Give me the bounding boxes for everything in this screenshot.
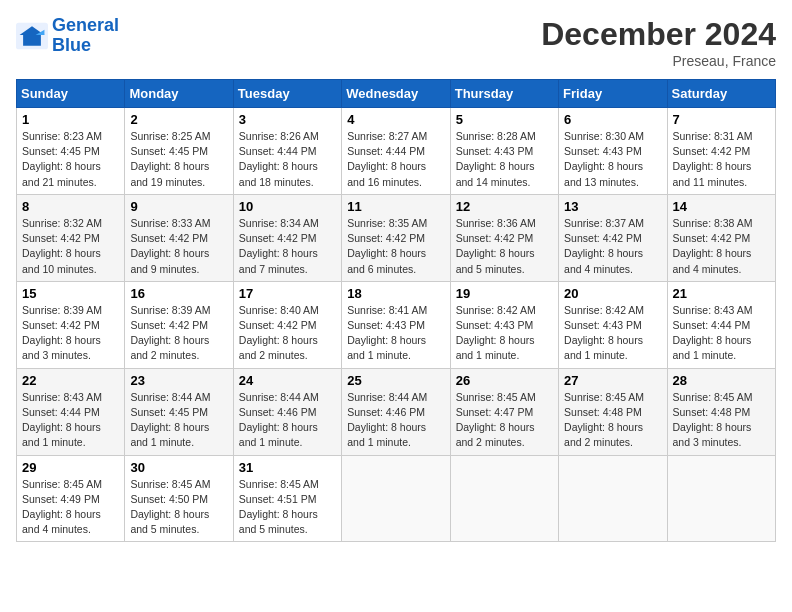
day-number: 8 <box>22 199 119 214</box>
logo-text: General Blue <box>52 16 119 56</box>
day-info: Sunrise: 8:44 AM Sunset: 4:46 PM Dayligh… <box>347 390 444 451</box>
day-info: Sunrise: 8:45 AM Sunset: 4:48 PM Dayligh… <box>564 390 661 451</box>
day-cell: 11Sunrise: 8:35 AM Sunset: 4:42 PM Dayli… <box>342 194 450 281</box>
day-info: Sunrise: 8:44 AM Sunset: 4:46 PM Dayligh… <box>239 390 336 451</box>
day-cell: 7Sunrise: 8:31 AM Sunset: 4:42 PM Daylig… <box>667 108 775 195</box>
day-info: Sunrise: 8:43 AM Sunset: 4:44 PM Dayligh… <box>22 390 119 451</box>
day-cell: 28Sunrise: 8:45 AM Sunset: 4:48 PM Dayli… <box>667 368 775 455</box>
day-number: 12 <box>456 199 553 214</box>
day-info: Sunrise: 8:44 AM Sunset: 4:45 PM Dayligh… <box>130 390 227 451</box>
day-info: Sunrise: 8:41 AM Sunset: 4:43 PM Dayligh… <box>347 303 444 364</box>
day-info: Sunrise: 8:40 AM Sunset: 4:42 PM Dayligh… <box>239 303 336 364</box>
logo-icon <box>16 22 48 50</box>
day-number: 7 <box>673 112 770 127</box>
day-info: Sunrise: 8:27 AM Sunset: 4:44 PM Dayligh… <box>347 129 444 190</box>
day-info: Sunrise: 8:45 AM Sunset: 4:51 PM Dayligh… <box>239 477 336 538</box>
day-number: 14 <box>673 199 770 214</box>
day-number: 17 <box>239 286 336 301</box>
day-number: 24 <box>239 373 336 388</box>
week-row-2: 8Sunrise: 8:32 AM Sunset: 4:42 PM Daylig… <box>17 194 776 281</box>
logo: General Blue <box>16 16 119 56</box>
day-cell: 20Sunrise: 8:42 AM Sunset: 4:43 PM Dayli… <box>559 281 667 368</box>
day-number: 21 <box>673 286 770 301</box>
day-cell: 2Sunrise: 8:25 AM Sunset: 4:45 PM Daylig… <box>125 108 233 195</box>
day-info: Sunrise: 8:25 AM Sunset: 4:45 PM Dayligh… <box>130 129 227 190</box>
day-number: 6 <box>564 112 661 127</box>
day-cell: 29Sunrise: 8:45 AM Sunset: 4:49 PM Dayli… <box>17 455 125 542</box>
header-row: SundayMondayTuesdayWednesdayThursdayFrid… <box>17 80 776 108</box>
month-title: December 2024 <box>541 16 776 53</box>
day-number: 2 <box>130 112 227 127</box>
day-info: Sunrise: 8:45 AM Sunset: 4:47 PM Dayligh… <box>456 390 553 451</box>
day-number: 22 <box>22 373 119 388</box>
header-cell-monday: Monday <box>125 80 233 108</box>
day-cell: 24Sunrise: 8:44 AM Sunset: 4:46 PM Dayli… <box>233 368 341 455</box>
day-cell: 27Sunrise: 8:45 AM Sunset: 4:48 PM Dayli… <box>559 368 667 455</box>
day-number: 16 <box>130 286 227 301</box>
day-cell: 13Sunrise: 8:37 AM Sunset: 4:42 PM Dayli… <box>559 194 667 281</box>
day-info: Sunrise: 8:35 AM Sunset: 4:42 PM Dayligh… <box>347 216 444 277</box>
title-block: December 2024 Preseau, France <box>541 16 776 69</box>
day-cell: 3Sunrise: 8:26 AM Sunset: 4:44 PM Daylig… <box>233 108 341 195</box>
calendar-table: SundayMondayTuesdayWednesdayThursdayFrid… <box>16 79 776 542</box>
day-info: Sunrise: 8:23 AM Sunset: 4:45 PM Dayligh… <box>22 129 119 190</box>
day-info: Sunrise: 8:43 AM Sunset: 4:44 PM Dayligh… <box>673 303 770 364</box>
day-number: 28 <box>673 373 770 388</box>
day-cell: 14Sunrise: 8:38 AM Sunset: 4:42 PM Dayli… <box>667 194 775 281</box>
day-cell: 26Sunrise: 8:45 AM Sunset: 4:47 PM Dayli… <box>450 368 558 455</box>
day-info: Sunrise: 8:39 AM Sunset: 4:42 PM Dayligh… <box>22 303 119 364</box>
day-number: 3 <box>239 112 336 127</box>
day-cell: 21Sunrise: 8:43 AM Sunset: 4:44 PM Dayli… <box>667 281 775 368</box>
day-info: Sunrise: 8:28 AM Sunset: 4:43 PM Dayligh… <box>456 129 553 190</box>
calendar-body: 1Sunrise: 8:23 AM Sunset: 4:45 PM Daylig… <box>17 108 776 542</box>
day-number: 13 <box>564 199 661 214</box>
day-cell: 22Sunrise: 8:43 AM Sunset: 4:44 PM Dayli… <box>17 368 125 455</box>
day-cell: 12Sunrise: 8:36 AM Sunset: 4:42 PM Dayli… <box>450 194 558 281</box>
day-number: 1 <box>22 112 119 127</box>
day-number: 19 <box>456 286 553 301</box>
day-number: 27 <box>564 373 661 388</box>
day-number: 18 <box>347 286 444 301</box>
day-number: 23 <box>130 373 227 388</box>
day-cell: 15Sunrise: 8:39 AM Sunset: 4:42 PM Dayli… <box>17 281 125 368</box>
day-cell <box>450 455 558 542</box>
day-cell: 1Sunrise: 8:23 AM Sunset: 4:45 PM Daylig… <box>17 108 125 195</box>
day-info: Sunrise: 8:42 AM Sunset: 4:43 PM Dayligh… <box>564 303 661 364</box>
day-cell: 30Sunrise: 8:45 AM Sunset: 4:50 PM Dayli… <box>125 455 233 542</box>
location-subtitle: Preseau, France <box>541 53 776 69</box>
day-info: Sunrise: 8:39 AM Sunset: 4:42 PM Dayligh… <box>130 303 227 364</box>
day-cell: 6Sunrise: 8:30 AM Sunset: 4:43 PM Daylig… <box>559 108 667 195</box>
week-row-1: 1Sunrise: 8:23 AM Sunset: 4:45 PM Daylig… <box>17 108 776 195</box>
day-number: 31 <box>239 460 336 475</box>
header-cell-thursday: Thursday <box>450 80 558 108</box>
day-cell: 5Sunrise: 8:28 AM Sunset: 4:43 PM Daylig… <box>450 108 558 195</box>
day-cell <box>559 455 667 542</box>
day-cell: 16Sunrise: 8:39 AM Sunset: 4:42 PM Dayli… <box>125 281 233 368</box>
day-number: 26 <box>456 373 553 388</box>
week-row-5: 29Sunrise: 8:45 AM Sunset: 4:49 PM Dayli… <box>17 455 776 542</box>
day-cell: 23Sunrise: 8:44 AM Sunset: 4:45 PM Dayli… <box>125 368 233 455</box>
logo-line2: Blue <box>52 35 91 55</box>
header-cell-sunday: Sunday <box>17 80 125 108</box>
day-cell: 18Sunrise: 8:41 AM Sunset: 4:43 PM Dayli… <box>342 281 450 368</box>
header-cell-friday: Friday <box>559 80 667 108</box>
day-number: 25 <box>347 373 444 388</box>
day-info: Sunrise: 8:31 AM Sunset: 4:42 PM Dayligh… <box>673 129 770 190</box>
day-cell <box>667 455 775 542</box>
day-number: 10 <box>239 199 336 214</box>
day-number: 30 <box>130 460 227 475</box>
day-info: Sunrise: 8:34 AM Sunset: 4:42 PM Dayligh… <box>239 216 336 277</box>
day-number: 9 <box>130 199 227 214</box>
day-number: 15 <box>22 286 119 301</box>
day-info: Sunrise: 8:38 AM Sunset: 4:42 PM Dayligh… <box>673 216 770 277</box>
week-row-4: 22Sunrise: 8:43 AM Sunset: 4:44 PM Dayli… <box>17 368 776 455</box>
day-info: Sunrise: 8:26 AM Sunset: 4:44 PM Dayligh… <box>239 129 336 190</box>
day-info: Sunrise: 8:36 AM Sunset: 4:42 PM Dayligh… <box>456 216 553 277</box>
day-info: Sunrise: 8:45 AM Sunset: 4:49 PM Dayligh… <box>22 477 119 538</box>
day-number: 11 <box>347 199 444 214</box>
day-cell: 9Sunrise: 8:33 AM Sunset: 4:42 PM Daylig… <box>125 194 233 281</box>
header-cell-wednesday: Wednesday <box>342 80 450 108</box>
day-cell: 17Sunrise: 8:40 AM Sunset: 4:42 PM Dayli… <box>233 281 341 368</box>
header-cell-saturday: Saturday <box>667 80 775 108</box>
day-info: Sunrise: 8:30 AM Sunset: 4:43 PM Dayligh… <box>564 129 661 190</box>
